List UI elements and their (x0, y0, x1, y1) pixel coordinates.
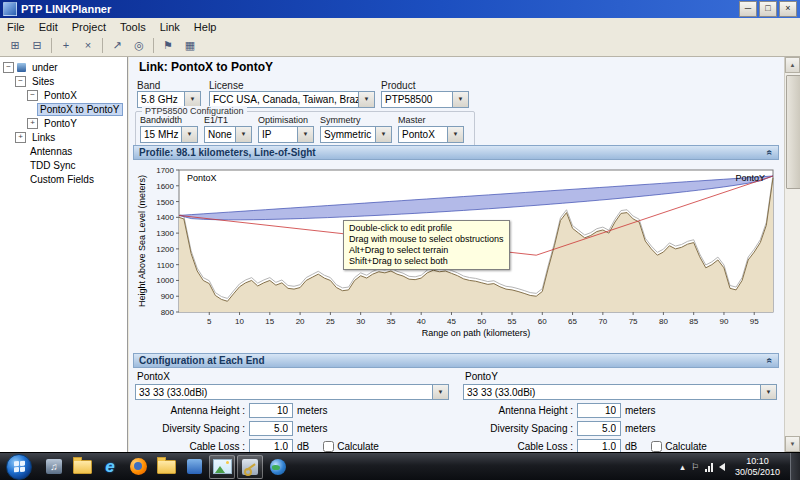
network-icon[interactable] (705, 462, 713, 472)
tree-item-project[interactable]: under (0, 60, 127, 74)
chevron-down-icon[interactable] (181, 127, 197, 142)
collapse-expander-icon[interactable] (15, 76, 26, 87)
taskbar-google-earth-icon[interactable] (265, 455, 291, 479)
collapse-all-icon[interactable]: ⊟ (26, 36, 48, 56)
tree-item-pontoy[interactable]: PontoY (0, 116, 127, 130)
tree-item-tdd-sync[interactable]: TDD Sync (0, 158, 127, 172)
tree-item-label[interactable]: Sites (29, 75, 57, 88)
collapse-chevron-icon[interactable] (765, 358, 776, 364)
hidden-icons-chevron-icon[interactable]: ▴ (680, 462, 685, 472)
chevron-down-icon[interactable] (432, 385, 448, 399)
flag-icon[interactable]: ⚑ (157, 36, 179, 56)
collapse-chevron-icon[interactable] (765, 150, 776, 156)
collapse-expander-icon[interactable] (27, 90, 38, 101)
bandwidth-select[interactable]: 15 MHz (140, 126, 198, 143)
taskbar-documents-folder-icon[interactable] (153, 455, 179, 479)
menu-help[interactable]: Help (187, 20, 224, 34)
license-label: License (209, 80, 243, 91)
tree-item-sites[interactable]: Sites (0, 74, 127, 88)
tree-item-label[interactable]: Links (29, 131, 58, 144)
start-button[interactable] (6, 454, 32, 480)
master-select[interactable]: PontoX (398, 126, 464, 143)
diversity-spacing-input[interactable] (249, 421, 293, 436)
optimisation-label: Optimisation (258, 115, 308, 125)
master-label: Master (398, 115, 426, 125)
minimize-button[interactable]: ─ (739, 1, 757, 17)
vertical-scrollbar[interactable] (784, 57, 800, 452)
show-desktop-button[interactable] (790, 453, 800, 480)
chevron-down-icon[interactable] (452, 92, 468, 107)
optimisation-value: IP (259, 129, 297, 140)
calculate-option[interactable]: Calculate (323, 441, 379, 452)
chevron-down-icon[interactable] (447, 127, 463, 142)
taskbar-clock[interactable]: 10:10 30/05/2010 (731, 456, 784, 478)
tree-item-label[interactable]: under (29, 61, 61, 74)
scrollbar-thumb[interactable] (786, 75, 800, 189)
tree-item-pontox[interactable]: PontoX (0, 88, 127, 102)
chevron-down-icon[interactable] (184, 92, 200, 107)
calculate-checkbox[interactable] (651, 441, 662, 452)
profile-section-header[interactable]: Profile: 98.1 kilometers, Line-of-Sight (133, 145, 779, 160)
tree-item-label[interactable]: PontoX to PontoY (37, 103, 123, 116)
svg-text:85: 85 (689, 317, 698, 326)
taskbar-media-app-icon[interactable] (41, 455, 67, 479)
cable-loss-input[interactable] (249, 439, 293, 452)
collapse-expander-icon[interactable] (3, 62, 14, 73)
tree-item-custom-fields[interactable]: Custom Fields (0, 172, 127, 186)
tree-item-label[interactable]: Custom Fields (27, 173, 97, 186)
menu-file[interactable]: File (0, 20, 32, 34)
menu-link[interactable]: Link (153, 20, 187, 34)
window-titlebar[interactable]: PTP LINKPlanner ─ □ × (0, 0, 800, 18)
antenna-select[interactable]: 33 33 (33.0dBi) (463, 384, 777, 400)
chevron-down-icon[interactable] (235, 127, 251, 142)
report-icon[interactable]: ▦ (179, 36, 201, 56)
menu-edit[interactable]: Edit (32, 20, 65, 34)
expand-all-icon[interactable]: ⊞ (4, 36, 26, 56)
product-select[interactable]: PTP58500 (381, 91, 469, 108)
diversity-spacing-input[interactable] (577, 421, 621, 436)
expand-expander-icon[interactable] (15, 132, 26, 143)
add-icon[interactable]: + (55, 36, 77, 56)
taskbar-photo-viewer-icon[interactable] (209, 455, 235, 479)
chevron-down-icon[interactable] (297, 127, 313, 142)
antenna-height-input[interactable] (249, 403, 293, 418)
optimisation-select[interactable]: IP (258, 126, 314, 143)
scroll-down-icon[interactable] (785, 436, 800, 452)
taskbar-internet-explorer-icon[interactable] (97, 455, 123, 479)
tree-item-links[interactable]: Links (0, 130, 127, 144)
chevron-down-icon[interactable] (358, 92, 374, 107)
tree-item-label[interactable]: TDD Sync (27, 159, 79, 172)
action-center-flag-icon[interactable]: ⚐ (691, 462, 699, 472)
chevron-down-icon[interactable] (760, 385, 776, 399)
tree-item-pontox-to-pontoy[interactable]: PontoX to PontoY (0, 102, 127, 116)
taskbar-setup-key-icon[interactable] (237, 455, 263, 479)
cable-loss-input[interactable] (577, 439, 621, 452)
calculate-checkbox[interactable] (323, 441, 334, 452)
e1t1-select[interactable]: None (204, 126, 252, 143)
pan-icon[interactable]: ↗ (106, 36, 128, 56)
antenna-height-input[interactable] (577, 403, 621, 418)
tree-item-label[interactable]: Antennas (27, 145, 75, 158)
close-button[interactable]: × (779, 1, 797, 17)
tree-item-label[interactable]: PontoY (41, 117, 80, 130)
diversity-spacing-label: Diversity Spacing : (135, 423, 249, 434)
profile-chart-area[interactable]: 8009001000110012001300140015001600170051… (133, 162, 781, 350)
menu-tools[interactable]: Tools (113, 20, 153, 34)
expand-expander-icon[interactable] (27, 118, 38, 129)
symmetry-select[interactable]: Symmetric (320, 126, 392, 143)
zoom-icon[interactable]: ◎ (128, 36, 150, 56)
menu-project[interactable]: Project (65, 20, 113, 34)
taskbar-firefox-icon[interactable] (125, 455, 151, 479)
chevron-down-icon[interactable] (375, 127, 391, 142)
tree-item-antennas[interactable]: Antennas (0, 144, 127, 158)
scroll-up-icon[interactable] (785, 57, 800, 73)
taskbar-blue-app-icon[interactable] (181, 455, 207, 479)
tree-item-label[interactable]: PontoX (41, 89, 80, 102)
maximize-button[interactable]: □ (759, 1, 777, 17)
taskbar-explorer-icon[interactable] (69, 455, 95, 479)
antenna-select[interactable]: 33 33 (33.0dBi) (135, 384, 449, 400)
calculate-option[interactable]: Calculate (651, 441, 707, 452)
delete-icon[interactable]: × (77, 36, 99, 56)
volume-icon[interactable] (719, 463, 725, 471)
each-end-section-header[interactable]: Configuration at Each End (133, 353, 779, 368)
